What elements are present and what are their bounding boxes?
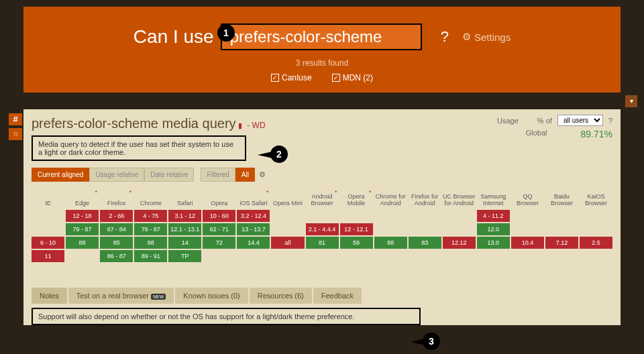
view-settings-icon[interactable]: ⚙ <box>259 170 266 179</box>
tab-feedback[interactable]: Feedback <box>313 288 362 304</box>
support-cell[interactable] <box>168 263 201 276</box>
support-cell[interactable] <box>237 263 270 276</box>
help-icon[interactable]: ? <box>441 28 449 46</box>
support-cell[interactable] <box>511 263 544 276</box>
support-cell[interactable] <box>374 250 407 262</box>
support-cell[interactable]: 11 <box>32 250 64 262</box>
support-cell[interactable] <box>134 263 167 276</box>
support-cell[interactable]: 3.1 - 12 <box>168 210 201 222</box>
support-cell[interactable] <box>271 263 304 276</box>
support-cell[interactable] <box>580 250 612 262</box>
support-cell[interactable] <box>237 250 270 262</box>
support-cell[interactable] <box>409 250 441 262</box>
support-cell[interactable]: 13 - 13.7 <box>237 223 270 235</box>
tab-test[interactable]: Test on a real browserNEW <box>68 288 174 304</box>
support-cell[interactable] <box>443 223 476 235</box>
support-cell[interactable]: 10.4 <box>511 237 544 249</box>
support-cell[interactable] <box>545 250 578 262</box>
support-cell[interactable] <box>66 263 99 276</box>
support-cell[interactable]: 85 <box>100 237 133 249</box>
tab-known-issues[interactable]: Known issues (0) <box>175 288 248 304</box>
hash-icon[interactable]: # <box>9 113 22 125</box>
view-filtered[interactable]: Filtered <box>201 168 235 182</box>
support-cell[interactable]: 88 <box>134 237 167 249</box>
support-cell[interactable] <box>511 250 544 262</box>
star-icon[interactable]: ☆ <box>9 128 22 140</box>
support-cell[interactable] <box>477 263 510 276</box>
support-cell[interactable]: 13.0 <box>477 237 510 249</box>
support-cell[interactable] <box>340 250 373 262</box>
support-cell[interactable]: 12.12 <box>443 237 476 249</box>
filter-mdn[interactable]: ✓MDN (2) <box>332 73 373 82</box>
support-cell[interactable]: 83 <box>409 237 441 249</box>
support-cell[interactable] <box>306 263 339 276</box>
support-cell[interactable] <box>271 250 304 262</box>
support-cell[interactable] <box>271 223 304 235</box>
support-cell[interactable]: 12 - 18 <box>66 210 99 222</box>
view-usage-relative[interactable]: Usage relative <box>89 168 144 182</box>
support-cell[interactable]: TP <box>168 250 201 262</box>
support-cell[interactable] <box>374 223 407 235</box>
support-cell[interactable] <box>580 263 612 276</box>
support-cell[interactable] <box>306 210 339 222</box>
support-cell[interactable]: 2.1 - 4.4.4 <box>306 223 339 235</box>
support-cell[interactable] <box>511 210 544 222</box>
support-cell[interactable] <box>306 250 339 262</box>
settings-link[interactable]: ⚙ Settings <box>462 31 511 43</box>
support-cell[interactable]: 72 <box>203 237 235 249</box>
support-cell[interactable]: 62 - 71 <box>203 223 235 235</box>
view-all[interactable]: All <box>235 168 255 182</box>
support-cell[interactable] <box>580 223 612 235</box>
support-cell[interactable] <box>545 210 578 222</box>
support-cell[interactable]: 59 <box>340 237 373 249</box>
filter-caniuse[interactable]: ✓CanIuse <box>271 73 312 82</box>
support-cell[interactable] <box>443 210 476 222</box>
support-cell[interactable]: 79 - 87 <box>66 223 99 235</box>
support-cell[interactable] <box>32 263 64 276</box>
support-cell[interactable]: 88 <box>66 237 99 249</box>
support-cell[interactable]: 81 <box>306 237 339 249</box>
search-input[interactable] <box>221 23 422 50</box>
support-cell[interactable] <box>32 223 64 235</box>
support-cell[interactable]: 7.12 <box>545 237 578 249</box>
support-cell[interactable]: 4 - 75 <box>134 210 167 222</box>
support-cell[interactable]: 89 - 91 <box>134 250 167 262</box>
usage-help-icon[interactable]: ? <box>608 117 612 125</box>
support-cell[interactable]: 6 - 10 <box>32 237 64 249</box>
support-cell[interactable]: 14.4 <box>237 237 270 249</box>
support-cell[interactable] <box>32 210 64 222</box>
support-cell[interactable] <box>340 263 373 276</box>
support-cell[interactable] <box>511 223 544 235</box>
support-cell[interactable]: 12.0 <box>477 223 510 235</box>
support-cell[interactable] <box>409 223 441 235</box>
support-cell[interactable]: all <box>271 237 304 249</box>
support-cell[interactable] <box>545 263 578 276</box>
usage-scope-select[interactable]: all users <box>557 115 603 126</box>
support-cell[interactable] <box>443 263 476 276</box>
support-cell[interactable] <box>580 210 612 222</box>
support-cell[interactable]: 2.5 <box>580 237 612 249</box>
support-cell[interactable] <box>545 223 578 235</box>
support-cell[interactable] <box>477 250 510 262</box>
support-cell[interactable]: 10 - 60 <box>203 210 235 222</box>
support-cell[interactable]: 3.2 - 12.4 <box>237 210 270 222</box>
support-cell[interactable] <box>409 263 441 276</box>
support-cell[interactable]: 2 - 66 <box>100 210 133 222</box>
tab-resources[interactable]: Resources (6) <box>250 288 312 304</box>
support-cell[interactable] <box>409 210 441 222</box>
tab-notes[interactable]: Notes <box>32 288 67 304</box>
support-cell[interactable] <box>443 250 476 262</box>
support-cell[interactable] <box>66 250 99 262</box>
support-cell[interactable] <box>374 210 407 222</box>
support-cell[interactable] <box>100 263 133 276</box>
support-cell[interactable] <box>271 210 304 222</box>
support-cell[interactable]: 12.1 - 13.1 <box>168 223 201 235</box>
support-cell[interactable] <box>203 263 235 276</box>
view-date-relative[interactable]: Date relative <box>144 168 194 182</box>
support-cell[interactable]: 76 - 87 <box>134 223 167 235</box>
filter-icon[interactable]: ▾ <box>625 95 637 107</box>
view-current-aligned[interactable]: Current aligned <box>32 168 89 182</box>
support-cell[interactable] <box>374 263 407 276</box>
support-cell[interactable]: 88 <box>374 237 407 249</box>
support-cell[interactable]: 12 - 12.1 <box>340 223 373 235</box>
